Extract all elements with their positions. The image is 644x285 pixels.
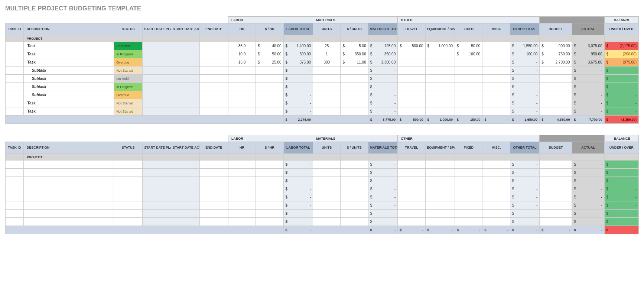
cell-task-id[interactable]	[6, 169, 24, 177]
cell-rate[interactable]	[256, 67, 283, 75]
cell-misc[interactable]	[482, 161, 510, 169]
cell-units[interactable]	[313, 161, 341, 169]
cell-units[interactable]	[313, 193, 341, 201]
cell-hr[interactable]: 15.0	[228, 58, 256, 67]
cell-end-date[interactable]	[199, 185, 228, 193]
cell-travel[interactable]	[398, 83, 425, 91]
cell-equip[interactable]	[425, 169, 455, 177]
cell-fixed[interactable]	[455, 161, 482, 169]
cell-fixed[interactable]	[455, 83, 482, 91]
cell-unit-cost[interactable]	[341, 177, 368, 185]
project-label[interactable]: PROJECT	[23, 154, 114, 161]
cell-budget[interactable]	[540, 201, 572, 210]
cell-status[interactable]	[114, 177, 143, 185]
cell-misc[interactable]	[482, 185, 510, 193]
cell-misc[interactable]	[482, 169, 510, 177]
cell-equip[interactable]	[425, 58, 455, 67]
cell-start-actual[interactable]	[171, 58, 200, 67]
cell-units[interactable]	[313, 67, 341, 75]
cell-rate[interactable]	[256, 75, 283, 83]
cell-equip[interactable]	[425, 75, 455, 83]
cell-fixed[interactable]	[455, 75, 482, 83]
cell-budget[interactable]	[540, 177, 572, 185]
cell-fixed[interactable]	[455, 99, 482, 107]
cell-start-planned[interactable]	[143, 210, 171, 218]
cell-fixed[interactable]	[455, 185, 482, 193]
cell-end-date[interactable]	[199, 83, 228, 91]
cell-start-actual[interactable]	[171, 75, 200, 83]
cell-task-id[interactable]	[6, 161, 24, 169]
cell-fixed[interactable]: $100.00	[455, 50, 482, 58]
cell-start-actual[interactable]	[171, 42, 200, 50]
cell-unit-cost[interactable]	[341, 75, 368, 83]
cell-fixed[interactable]: $50.00	[455, 42, 482, 50]
cell-status[interactable]: Overdue	[114, 58, 143, 67]
cell-hr[interactable]	[228, 210, 256, 218]
cell-budget[interactable]	[540, 169, 572, 177]
cell-status[interactable]: In Progress	[114, 50, 143, 58]
cell-description[interactable]	[23, 161, 114, 169]
cell-status[interactable]: Not Started	[114, 67, 143, 75]
cell-start-planned[interactable]	[143, 185, 171, 193]
cell-hr[interactable]	[228, 201, 256, 210]
cell-task-id[interactable]	[6, 218, 24, 226]
cell-hr[interactable]: 10.0	[228, 50, 256, 58]
cell-unit-cost[interactable]	[341, 83, 368, 91]
cell-budget[interactable]	[540, 67, 572, 75]
cell-misc[interactable]	[482, 201, 510, 210]
cell-task-id[interactable]	[6, 185, 24, 193]
cell-unit-cost[interactable]: $5.00	[341, 42, 368, 50]
cell-equip[interactable]	[425, 177, 455, 185]
cell-equip[interactable]	[425, 67, 455, 75]
cell-hr[interactable]	[228, 161, 256, 169]
cell-start-actual[interactable]	[171, 218, 200, 226]
cell-status[interactable]	[114, 185, 143, 193]
cell-unit-cost[interactable]	[341, 99, 368, 107]
cell-hr[interactable]	[228, 193, 256, 201]
cell-start-planned[interactable]	[143, 177, 171, 185]
cell-rate[interactable]	[256, 169, 283, 177]
cell-task-id[interactable]	[6, 91, 24, 99]
cell-equip[interactable]	[425, 193, 455, 201]
cell-budget[interactable]	[540, 91, 572, 99]
cell-fixed[interactable]	[455, 218, 482, 226]
cell-travel[interactable]	[398, 218, 425, 226]
cell-status[interactable]	[114, 193, 143, 201]
cell-misc[interactable]	[482, 177, 510, 185]
cell-start-actual[interactable]	[171, 169, 200, 177]
cell-start-planned[interactable]	[143, 58, 171, 67]
cell-task-id[interactable]	[6, 99, 24, 107]
cell-start-actual[interactable]	[171, 99, 200, 107]
cell-budget[interactable]	[540, 218, 572, 226]
cell-unit-cost[interactable]: $350.00	[341, 50, 368, 58]
cell-start-actual[interactable]	[171, 161, 200, 169]
cell-start-planned[interactable]	[143, 193, 171, 201]
cell-rate[interactable]	[256, 185, 283, 193]
cell-fixed[interactable]	[455, 67, 482, 75]
cell-task-id[interactable]	[6, 58, 24, 67]
cell-start-planned[interactable]	[143, 161, 171, 169]
cell-fixed[interactable]	[455, 91, 482, 99]
cell-budget[interactable]	[540, 107, 572, 116]
cell-travel[interactable]	[398, 75, 425, 83]
cell-equip[interactable]	[425, 185, 455, 193]
cell-units[interactable]	[313, 75, 341, 83]
cell-rate[interactable]	[256, 91, 283, 99]
cell-budget[interactable]	[540, 75, 572, 83]
cell-hr[interactable]	[228, 99, 256, 107]
cell-task-id[interactable]	[6, 107, 24, 116]
cell-travel[interactable]	[398, 91, 425, 99]
cell-misc[interactable]	[482, 99, 510, 107]
cell-units[interactable]	[313, 169, 341, 177]
cell-hr[interactable]	[228, 218, 256, 226]
cell-description[interactable]: Subtask	[23, 67, 114, 75]
cell-description[interactable]: Task	[23, 58, 114, 67]
cell-unit-cost[interactable]	[341, 169, 368, 177]
cell-misc[interactable]	[482, 91, 510, 99]
cell-rate[interactable]	[256, 161, 283, 169]
cell-budget[interactable]: $900.00	[540, 42, 572, 50]
cell-description[interactable]	[23, 169, 114, 177]
cell-unit-cost[interactable]	[341, 91, 368, 99]
cell-travel[interactable]	[398, 185, 425, 193]
cell-misc[interactable]	[482, 75, 510, 83]
